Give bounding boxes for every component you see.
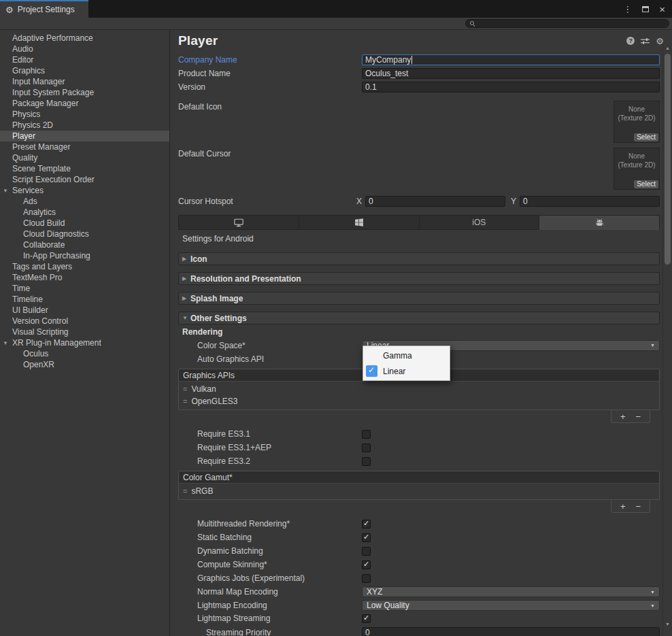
multithreaded-rendering-row: Multithreaded Rendering* (178, 517, 660, 531)
tab-desktop[interactable] (178, 215, 299, 230)
section-splash-image[interactable]: ▶ Splash Image (178, 292, 660, 305)
sidebar-item-quality[interactable]: Quality (0, 152, 169, 163)
remove-button[interactable]: − (636, 412, 641, 421)
sidebar-item-player[interactable]: Player (0, 131, 169, 141)
drag-handle-icon[interactable]: = (183, 487, 186, 495)
project-settings-tab[interactable]: ⚙ Project Settings (0, 0, 88, 18)
sidebar-item-openxr[interactable]: OpenXR (0, 359, 169, 370)
require-es31aep-row: Require ES3.1+AEP (178, 441, 660, 454)
kebab-menu-icon[interactable]: ⋮ (623, 4, 632, 14)
sidebar-item-visual-scripting[interactable]: Visual Scripting (0, 327, 169, 337)
sidebar-item-audio[interactable]: Audio (0, 44, 169, 54)
tab-android[interactable] (539, 215, 660, 230)
select-button[interactable]: Select (634, 133, 658, 141)
remove-button[interactable]: − (636, 502, 641, 511)
sidebar-item-cloud-build[interactable]: Cloud Build (0, 218, 169, 229)
default-cursor-object-field[interactable]: None (Texture 2D) Select (614, 148, 660, 190)
chevron-expanded-icon[interactable]: ▼ (3, 338, 8, 349)
streaming-priority-input[interactable]: 0 (362, 627, 660, 636)
popup-option-linear[interactable]: Linear (363, 363, 450, 379)
static-batching-checkbox[interactable] (362, 533, 371, 542)
sidebar-item-tags-and-layers[interactable]: Tags and Layers (0, 261, 169, 272)
company-name-input[interactable]: MyCompany (362, 54, 660, 65)
x-axis-label: X (356, 197, 363, 206)
drag-handle-icon[interactable]: = (183, 385, 186, 393)
require-es31aep-checkbox[interactable] (362, 443, 371, 452)
require-es31-checkbox[interactable] (362, 430, 371, 439)
multithreaded-rendering-label: Multithreaded Rendering* (178, 519, 362, 529)
normal-map-encoding-label: Normal Map Encoding (178, 587, 362, 597)
scroll-down-icon[interactable]: ▼ (665, 622, 670, 626)
sidebar-item-editor[interactable]: Editor (0, 54, 169, 65)
vertical-scrollbar[interactable]: ▲ ▼ (662, 44, 672, 636)
gear-icon: ⚙ (5, 5, 14, 14)
sidebar-item-physics[interactable]: Physics (0, 109, 169, 120)
cursor-hotspot-x-input[interactable]: 0 (365, 196, 505, 207)
maximize-icon[interactable] (642, 6, 649, 12)
search-icon (470, 21, 475, 27)
sidebar-item-input-manager[interactable]: Input Manager (0, 76, 169, 87)
sidebar-item-adaptive-performance[interactable]: Adaptive Performance (0, 33, 169, 44)
graphics-jobs-label: Graphics Jobs (Experimental) (178, 573, 362, 583)
sidebar-item-graphics[interactable]: Graphics (0, 65, 169, 76)
sidebar-item-cloud-diagnostics[interactable]: Cloud Diagnostics (0, 229, 169, 239)
version-row: Version 0.1 (178, 80, 660, 94)
tab-ios[interactable]: iOS (420, 215, 540, 230)
toolbar (0, 18, 672, 30)
add-button[interactable]: + (620, 412, 626, 421)
version-input[interactable]: 0.1 (362, 82, 660, 93)
sidebar-item-scene-template[interactable]: Scene Template (0, 163, 169, 174)
sidebar-item-time[interactable]: Time (0, 283, 169, 294)
sidebar-item-analytics[interactable]: Analytics (0, 207, 169, 218)
close-icon[interactable]: × (659, 4, 665, 14)
lightmap-streaming-checkbox[interactable] (362, 614, 371, 623)
list-item-vulkan[interactable]: =Vulkan (179, 383, 659, 395)
sidebar-item-input-system-package[interactable]: Input System Package (0, 87, 169, 98)
list-item-srgb[interactable]: =sRGB (179, 485, 659, 497)
sidebar-item-ui-builder[interactable]: UI Builder (0, 305, 169, 316)
add-button[interactable]: + (620, 502, 626, 511)
scroll-up-icon[interactable]: ▲ (665, 46, 670, 50)
sidebar-item-oculus[interactable]: Oculus (0, 348, 169, 359)
section-other-settings[interactable]: ▼ Other Settings (178, 312, 660, 324)
normal-map-encoding-dropdown[interactable]: XYZ ▼ (362, 586, 660, 597)
sidebar-item-textmesh-pro[interactable]: TextMesh Pro (0, 272, 169, 283)
default-icon-object-field[interactable]: None (Texture 2D) Select (614, 101, 660, 143)
help-icon[interactable]: ? (626, 37, 635, 45)
cursor-hotspot-y-input[interactable]: 0 (520, 196, 660, 207)
sidebar-item-in-app-purchasing[interactable]: In-App Purchasing (0, 250, 169, 261)
dynamic-batching-checkbox[interactable] (362, 547, 371, 556)
section-icon[interactable]: ▶ Icon (178, 252, 660, 265)
graphics-jobs-checkbox[interactable] (362, 574, 371, 583)
sidebar-item-package-manager[interactable]: Package Manager (0, 98, 169, 109)
sidebar-item-services[interactable]: ▼Services (0, 185, 169, 196)
compute-skinning-checkbox[interactable] (362, 560, 371, 569)
tab-title: Project Settings (18, 5, 75, 14)
require-es32-checkbox[interactable] (362, 457, 371, 466)
sidebar-item-physics-2d[interactable]: Physics 2D (0, 120, 169, 131)
lightmap-encoding-dropdown[interactable]: Low Quality ▼ (362, 600, 660, 611)
list-item-opengles3[interactable]: =OpenGLES3 (179, 395, 659, 407)
sidebar-item-version-control[interactable]: Version Control (0, 316, 169, 327)
auto-graphics-api-label: Auto Graphics API (178, 354, 362, 364)
product-name-input[interactable]: Oculus_test (362, 68, 660, 79)
select-button[interactable]: Select (634, 180, 658, 188)
static-batching-row: Static Batching (178, 531, 660, 544)
sidebar-item-preset-manager[interactable]: Preset Manager (0, 141, 169, 152)
sidebar-item-ads[interactable]: Ads (0, 196, 169, 207)
section-resolution-and-presentation[interactable]: ▶ Resolution and Presentation (178, 272, 660, 285)
popup-option-gamma[interactable]: Gamma (363, 348, 450, 363)
drag-handle-icon[interactable]: = (183, 397, 186, 405)
multithreaded-rendering-checkbox[interactable] (362, 520, 371, 529)
streaming-priority-label: Streaming Priority (178, 628, 362, 636)
chevron-expanded-icon[interactable]: ▼ (3, 186, 8, 197)
sidebar-item-script-execution-order[interactable]: Script Execution Order (0, 174, 169, 185)
sidebar-item-timeline[interactable]: Timeline (0, 294, 169, 305)
scrollbar-thumb[interactable] (665, 54, 671, 265)
cursor-hotspot-row: Cursor Hotspot X 0 Y 0 (178, 195, 660, 207)
sidebar-item-xr-plugin-management[interactable]: ▼XR Plug-in Management (0, 337, 169, 348)
sidebar-item-collaborate[interactable]: Collaborate (0, 239, 169, 250)
presets-icon[interactable] (641, 37, 650, 45)
search-input[interactable] (465, 19, 669, 28)
tab-windows-store[interactable] (299, 215, 420, 230)
